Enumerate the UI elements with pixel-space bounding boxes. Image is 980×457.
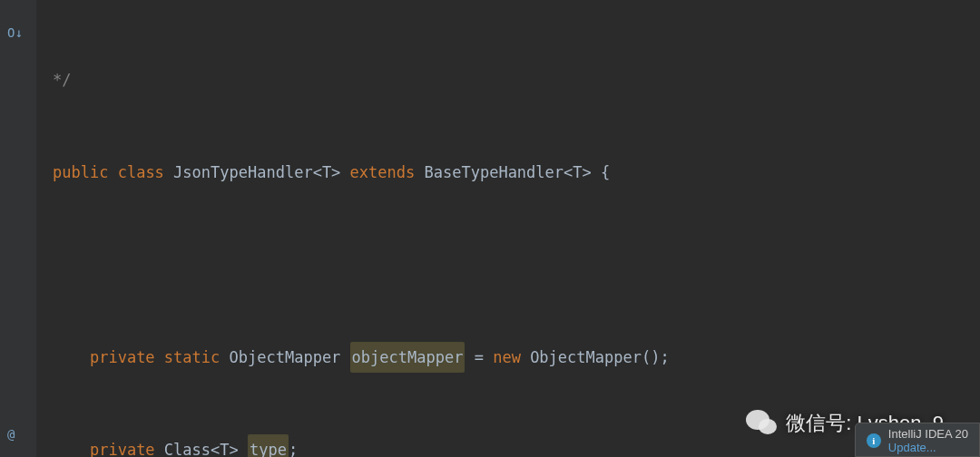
code-line: private static ObjectMapper objectMapper… (53, 342, 980, 373)
update-link[interactable]: Update... (888, 441, 968, 454)
code-line: */ (53, 64, 980, 95)
highlighted-field: objectMapper (350, 342, 466, 373)
code-area[interactable]: */ public class JsonTypeHandler<T> exten… (36, 0, 980, 457)
editor-container: O↓ @ */ public class JsonTypeHandler<T> … (0, 0, 980, 457)
update-notification[interactable]: i IntelliJ IDEA 20 Update... (855, 423, 980, 457)
gutter: O↓ @ (0, 0, 36, 457)
code-line: public class JsonTypeHandler<T> extends … (53, 157, 980, 188)
annotation-gutter-icon[interactable]: @ (7, 427, 15, 442)
notification-title: IntelliJ IDEA 20 (888, 427, 968, 441)
highlighted-field: type (248, 434, 289, 457)
code-line: private Class<T> type; (53, 434, 980, 457)
override-gutter-icon[interactable]: O↓ (7, 25, 23, 40)
info-icon: i (867, 433, 881, 448)
wechat-icon (746, 410, 779, 437)
code-line (53, 249, 980, 280)
